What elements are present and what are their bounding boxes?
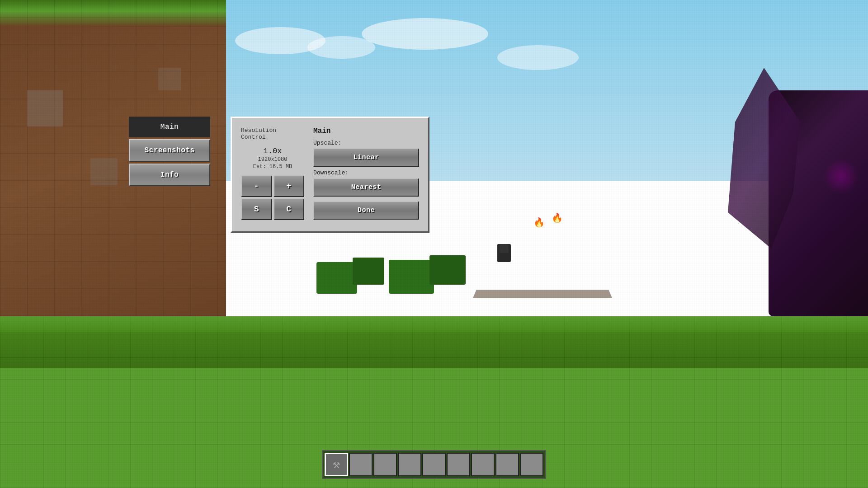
bush	[429, 255, 466, 285]
hotbar-slot-6	[471, 453, 495, 476]
path	[473, 290, 612, 298]
dialog-title: Resolution Control	[241, 127, 304, 141]
downscale-label: Downscale:	[313, 169, 419, 176]
bush	[316, 262, 357, 294]
s-button[interactable]: S	[241, 198, 272, 220]
hotbar-slot-2	[373, 453, 397, 476]
bush	[389, 260, 434, 294]
nearest-button[interactable]: Nearest	[313, 178, 419, 197]
dialog-right-panel: Main Upscale: Linear Downscale: Nearest …	[313, 127, 419, 222]
hotbar-slot-8	[520, 453, 543, 476]
entity-glow	[823, 158, 859, 194]
bush	[353, 258, 384, 285]
hotbar	[322, 450, 546, 479]
linear-button[interactable]: Linear	[313, 148, 419, 167]
hotbar-slot-3	[398, 453, 421, 476]
game-background: 🔥 🔥	[0, 0, 868, 488]
stone-patch	[90, 158, 118, 185]
dialog-left-panel: Resolution Control 1.0x 868x488 Est: 1…	[241, 127, 304, 222]
done-button[interactable]: Done	[313, 201, 419, 220]
cloud	[307, 36, 375, 59]
resolution-estimated: Est: 16.5 MB	[241, 164, 304, 170]
numpad-controls: - + S C	[241, 175, 304, 220]
sidebar-item-info[interactable]: Info	[129, 164, 210, 186]
plus-button[interactable]: +	[274, 175, 305, 197]
stone-patch	[158, 68, 181, 90]
resolution-info: 1.0x 868x488 Est: 16.5 MB	[241, 147, 304, 170]
fire-effect: 🔥	[552, 212, 563, 224]
c-button[interactable]: C	[274, 198, 305, 220]
minus-button[interactable]: -	[241, 175, 272, 197]
section-title: Main	[313, 127, 419, 135]
hotbar-slot-0	[325, 453, 348, 476]
cloud	[362, 18, 488, 50]
resolution-dimensions: 868x488	[241, 156, 304, 163]
sidebar-item-screenshots[interactable]: Screenshots	[129, 139, 210, 162]
sidebar-item-main[interactable]: Main	[129, 117, 210, 137]
upscale-label: Upscale:	[313, 140, 419, 146]
hotbar-slot-1	[349, 453, 373, 476]
mob	[497, 244, 511, 262]
hotbar-slot-7	[495, 453, 519, 476]
entity-right	[732, 68, 868, 384]
mob-head	[500, 244, 509, 253]
resolution-dialog: Resolution Control 1.0x 868x488 Est: 1…	[231, 117, 429, 233]
fire-effect: 🔥	[533, 217, 545, 228]
stone-patch	[27, 90, 63, 127]
hotbar-slot-4	[422, 453, 446, 476]
hotbar-slot-5	[447, 453, 470, 476]
resolution-scale: 1.0x	[241, 147, 304, 155]
cloud	[497, 45, 579, 70]
sidebar-menu: Main Screenshots Info	[129, 117, 210, 186]
